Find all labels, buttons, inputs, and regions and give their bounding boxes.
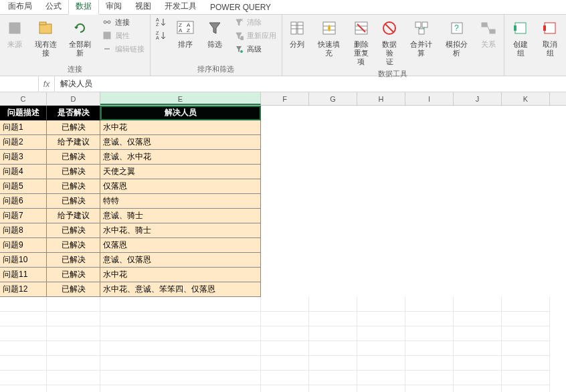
cell[interactable]: 问题7 xyxy=(0,209,47,223)
empty-cell[interactable] xyxy=(261,356,309,371)
empty-cell[interactable] xyxy=(100,312,261,326)
group-button[interactable]: 创建组 xyxy=(507,16,534,59)
empty-cell[interactable] xyxy=(100,385,261,392)
cell[interactable]: 已解决 xyxy=(47,179,100,194)
properties-button[interactable]: 属性 xyxy=(99,29,147,41)
name-box[interactable] xyxy=(0,76,39,92)
empty-cell[interactable] xyxy=(454,356,502,371)
clear-filter-button[interactable]: 清除 xyxy=(231,16,279,28)
refresh-all-button[interactable]: 全部刷新 xyxy=(64,16,96,59)
table-header-cell[interactable]: 解决人员 xyxy=(100,106,261,120)
edit-links-button[interactable]: 编辑链接 xyxy=(99,43,147,55)
empty-cell[interactable] xyxy=(357,356,405,371)
cell[interactable]: 问题5 xyxy=(0,179,47,194)
cell[interactable]: 已解决 xyxy=(47,253,100,268)
cell[interactable]: 问题9 xyxy=(0,238,47,253)
ribbon-tab-2[interactable]: 数据 xyxy=(68,0,99,15)
cell[interactable]: 意诚、仅落恩 xyxy=(100,135,261,150)
cell[interactable]: 问题12 xyxy=(0,282,47,297)
empty-cell[interactable] xyxy=(309,326,357,341)
empty-cell[interactable] xyxy=(47,341,100,356)
cell[interactable]: 问题10 xyxy=(0,253,47,268)
text-to-columns-button[interactable]: 分列 xyxy=(285,16,310,50)
empty-cell[interactable] xyxy=(454,341,502,356)
empty-cell[interactable] xyxy=(100,371,261,385)
cell[interactable]: 已解决 xyxy=(47,223,100,238)
empty-cell[interactable] xyxy=(0,356,47,371)
cell[interactable]: 已解决 xyxy=(47,238,100,253)
empty-cell[interactable] xyxy=(100,326,261,341)
table-header-cell[interactable]: 问题描述 xyxy=(0,106,47,120)
empty-cell[interactable] xyxy=(405,326,454,341)
empty-cell[interactable] xyxy=(47,385,100,392)
cell[interactable]: 天使之翼 xyxy=(100,165,261,179)
cell[interactable]: 问题6 xyxy=(0,194,47,209)
cell[interactable]: 已解决 xyxy=(47,150,100,165)
col-header-G[interactable]: G xyxy=(309,92,357,105)
table-header-cell[interactable]: 是否解决 xyxy=(47,106,100,120)
ribbon-tab-1[interactable]: 公式 xyxy=(39,0,68,14)
cell[interactable]: 给予建议 xyxy=(47,209,100,223)
sort-desc-button[interactable]: ZA xyxy=(153,29,169,41)
relations-button[interactable]: 关系 xyxy=(476,16,501,50)
empty-cell[interactable] xyxy=(454,326,502,341)
cell[interactable]: 问题11 xyxy=(0,268,47,282)
empty-cell[interactable] xyxy=(454,297,502,312)
ribbon-tab-5[interactable]: 开发工具 xyxy=(158,0,203,14)
empty-cell[interactable] xyxy=(502,371,550,385)
empty-cell[interactable] xyxy=(502,312,550,326)
whatif-button[interactable]: ? 模拟分析 xyxy=(440,16,473,59)
reapply-button[interactable]: 重新应用 xyxy=(231,29,279,41)
cell[interactable]: 问题4 xyxy=(0,165,47,179)
empty-cell[interactable] xyxy=(47,356,100,371)
get-source-button[interactable]: 来源 xyxy=(3,16,27,50)
empty-cell[interactable] xyxy=(0,312,47,326)
connections-button[interactable]: 连接 xyxy=(99,16,147,28)
cell[interactable]: 水中花、意诚、笨笨四、仅落恩 xyxy=(100,282,261,297)
empty-cell[interactable] xyxy=(405,297,454,312)
col-header-F[interactable]: F xyxy=(261,92,309,105)
data-validation-button[interactable]: 数据验 证 xyxy=(377,16,403,68)
col-header-D[interactable]: D xyxy=(47,92,100,105)
cell[interactable]: 已解决 xyxy=(47,165,100,179)
empty-cell[interactable] xyxy=(261,312,309,326)
empty-cell[interactable] xyxy=(0,385,47,392)
sort-asc-button[interactable]: AZ xyxy=(153,16,169,28)
remove-duplicates-button[interactable]: 删除 重复项 xyxy=(348,16,374,68)
empty-cell[interactable] xyxy=(261,341,309,356)
cell[interactable]: 已解决 xyxy=(47,120,100,135)
empty-cell[interactable] xyxy=(47,297,100,312)
empty-cell[interactable] xyxy=(454,385,502,392)
cell[interactable]: 已解决 xyxy=(47,268,100,282)
col-header-H[interactable]: H xyxy=(357,92,405,105)
col-header-C[interactable]: C xyxy=(0,92,47,105)
flash-fill-button[interactable]: 快速填充 xyxy=(312,16,345,59)
empty-cell[interactable] xyxy=(0,297,47,312)
consolidate-button[interactable]: 合并计算 xyxy=(405,16,438,59)
filter-button[interactable]: 筛选 xyxy=(201,16,228,50)
empty-cell[interactable] xyxy=(309,341,357,356)
empty-cell[interactable] xyxy=(454,312,502,326)
col-header-J[interactable]: J xyxy=(454,92,502,105)
ribbon-tab-3[interactable]: 审阅 xyxy=(99,0,128,14)
existing-connections-button[interactable]: 现有连接 xyxy=(30,16,62,59)
cell[interactable]: 水中花 xyxy=(100,120,261,135)
empty-cell[interactable] xyxy=(309,297,357,312)
ribbon-tab-4[interactable]: 视图 xyxy=(128,0,158,14)
empty-cell[interactable] xyxy=(502,326,550,341)
cell[interactable]: 水中花、骑士 xyxy=(100,223,261,238)
empty-cell[interactable] xyxy=(0,341,47,356)
empty-cell[interactable] xyxy=(261,385,309,392)
empty-cell[interactable] xyxy=(405,385,454,392)
empty-cell[interactable] xyxy=(309,371,357,385)
cell[interactable]: 意诚、骑士 xyxy=(100,209,261,223)
empty-cell[interactable] xyxy=(454,371,502,385)
cell[interactable]: 问题3 xyxy=(0,150,47,165)
ungroup-button[interactable]: 取消组 xyxy=(537,16,563,59)
empty-cell[interactable] xyxy=(261,297,309,312)
cell[interactable]: 水中花 xyxy=(100,268,261,282)
empty-cell[interactable] xyxy=(100,341,261,356)
cell[interactable]: 已解决 xyxy=(47,194,100,209)
empty-cell[interactable] xyxy=(357,385,405,392)
cell[interactable]: 给予建议 xyxy=(47,135,100,150)
